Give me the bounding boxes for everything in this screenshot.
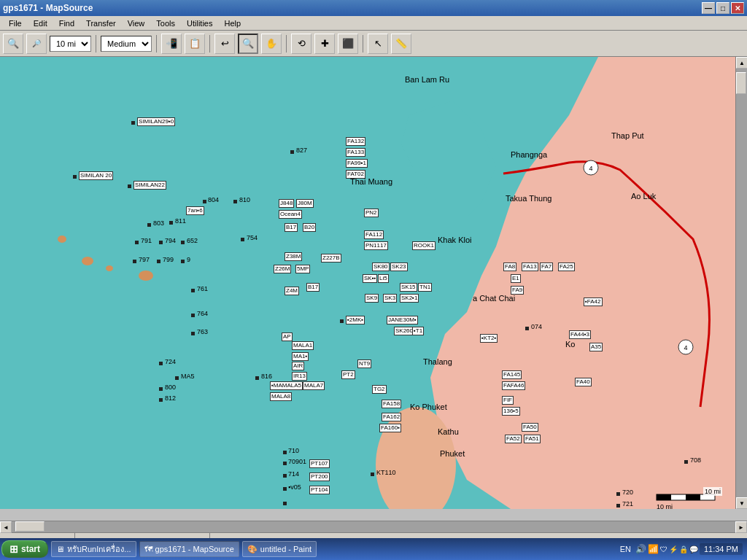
taskbar-item-thai[interactable]: 🖥 หรับRunInเครื่อง... [51,541,136,557]
svg-point-11 [58,236,66,243]
menu-view[interactable]: View [122,18,151,29]
route-button[interactable]: ↩ [214,34,235,54]
tray-icon-1: 🔊 [635,544,646,554]
vscroll-thumb[interactable] [736,72,746,94]
scroll-right-button[interactable]: ► [735,521,747,533]
vertical-scrollbar[interactable]: ▲ ▼ [735,57,747,509]
scale-label: 10 mi [703,487,722,496]
thai-app-icon: 🖥 [56,545,64,553]
pan-button[interactable]: ✋ [261,34,282,54]
minimize-button[interactable]: — [702,2,715,14]
find-button[interactable]: 🔍 [238,34,258,54]
titlebar: gps1671 - MapSource — □ ✕ [0,0,747,16]
start-icon: ⊞ [9,543,18,555]
horizontal-scrollbar[interactable]: ◄ ► [0,521,747,532]
tray-icon-5: 🔒 [679,545,688,553]
hscroll-thumb[interactable] [15,521,44,532]
tray-icon-3: 🛡 [660,545,667,553]
start-button[interactable]: ⊞ start [1,540,48,558]
square-button[interactable]: ⬛ [338,34,358,54]
vscroll-track[interactable] [736,69,747,497]
svg-point-8 [82,257,93,265]
svg-text:4: 4 [684,344,687,351]
maximize-button[interactable]: □ [716,2,729,14]
scale-select[interactable]: 10 mi 5 mi 20 mi [50,36,91,52]
menu-transfer[interactable]: Transfer [80,18,122,29]
title-text: gps1671 - MapSource [3,3,93,13]
menu-file[interactable]: File [3,18,28,29]
svg-text:10 mi: 10 mi [657,503,673,509]
separator-2 [156,35,157,52]
map-wrapper: 4 4 10 mi Ban Lam Ru Thai Muang Phangnga… [0,57,747,521]
menu-edit[interactable]: Edit [28,18,53,29]
mapsource-icon: 🗺 [144,545,152,553]
hscroll-track[interactable] [12,521,735,532]
svg-rect-13 [657,494,671,500]
zoom-in-button[interactable]: 🔍 [3,34,23,54]
separator-3 [209,35,210,52]
system-clock: 11:34 PM [700,543,743,555]
toolbar: 🔍 🔎 10 mi 5 mi 20 mi Medium Low High 📲 📋… [0,31,747,57]
tray-icon-4: ⚡ [669,545,678,553]
taskbar-item-mapsource[interactable]: 🗺 gps1671 - MapSource [139,541,239,557]
window-controls: — □ ✕ [702,2,744,14]
svg-rect-14 [686,494,700,500]
svg-point-9 [106,265,113,271]
menu-utilities[interactable]: Utilities [181,18,218,29]
taskbar: ⊞ start 🖥 หรับRunInเครื่อง... 🗺 gps1671 … [0,538,747,560]
detail-select[interactable]: Medium Low High [101,36,152,52]
transfer2-button[interactable]: 📋 [185,34,205,54]
map-area[interactable]: 4 4 10 mi Ban Lam Ru Thai Muang Phangnga… [0,57,735,509]
map-background: 4 4 10 mi [0,57,735,509]
language-indicator: EN [620,545,631,553]
close-button[interactable]: ✕ [731,2,744,14]
separator-5 [363,35,363,52]
separator-4 [286,35,287,52]
menu-find[interactable]: Find [53,18,80,29]
svg-point-10 [139,271,153,281]
menubar: File Edit Find Transfer View Tools Utili… [0,16,747,31]
separator-1 [96,35,96,52]
tray-icon-6: 💬 [689,545,698,553]
scroll-left-button[interactable]: ◄ [0,521,12,533]
taskbar-item-paint[interactable]: 🎨 untitled - Paint [242,541,317,557]
menu-help[interactable]: Help [218,18,247,29]
tray-icon-2: 📶 [648,544,659,554]
add-button[interactable]: ✚ [314,34,335,54]
measure-button[interactable]: 📏 [391,34,411,54]
scroll-down-button[interactable]: ▼ [736,497,747,509]
transfer-button[interactable]: 📲 [161,34,182,54]
taskbar-right: EN 🔊 📶 🛡 ⚡ 🔒 💬 11:34 PM [620,543,746,555]
paint-icon: 🎨 [247,545,258,554]
svg-text:4: 4 [589,165,592,172]
menu-tools[interactable]: Tools [150,18,181,29]
scroll-up-button[interactable]: ▲ [736,57,747,69]
select-button[interactable]: ↖ [368,34,388,54]
zoom-out-button[interactable]: 🔎 [26,34,47,54]
waypoint-button[interactable]: ⟲ [291,34,311,54]
